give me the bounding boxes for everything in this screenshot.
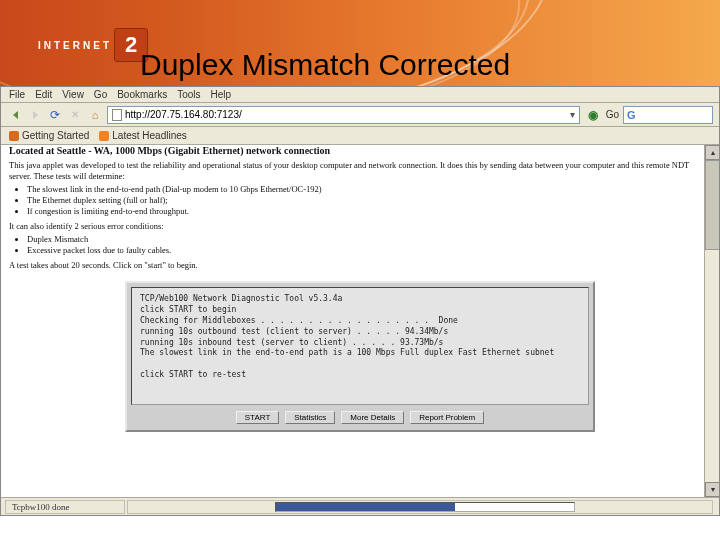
search-input[interactable]: G — [623, 106, 713, 124]
list-item: The slowest link in the end-to-end path … — [27, 184, 711, 195]
list-item: The Ethernet duplex setting (full or hal… — [27, 195, 711, 206]
error-list: Duplex Mismatch Excessive packet loss du… — [27, 234, 711, 256]
status-text: Tcpbw100 done — [5, 500, 125, 514]
home-button[interactable]: ⌂ — [87, 107, 103, 123]
intro-text: This java applet was developed to test t… — [9, 160, 711, 182]
address-bar[interactable]: http://207.75.164.80:7123/ ▾ — [107, 106, 580, 124]
slide-header-banner: INTERNET 2 Duplex Mismatch Corrected — [0, 0, 720, 86]
menu-bookmarks[interactable]: Bookmarks — [117, 89, 167, 100]
also-text: It can also identify 2 serious error con… — [9, 221, 711, 232]
applet-button-row: START Statistics More Details Report Pro… — [131, 405, 589, 426]
arrow-left-icon — [13, 111, 18, 119]
menu-edit[interactable]: Edit — [35, 89, 52, 100]
begin-text: A test takes about 20 seconds. Click on … — [9, 260, 711, 271]
menu-tools[interactable]: Tools — [177, 89, 200, 100]
menu-view[interactable]: View — [62, 89, 84, 100]
page-icon — [112, 109, 122, 121]
list-item: Duplex Mismatch — [27, 234, 711, 245]
address-url: http://207.75.164.80:7123/ — [125, 109, 242, 120]
ndt-applet: TCP/Web100 Network Diagnostic Tool v5.3.… — [125, 281, 595, 432]
progress-bar — [275, 502, 575, 512]
bookmark-latest-headlines[interactable]: Latest Headlines — [99, 130, 187, 141]
internet2-logo: INTERNET 2 — [38, 28, 150, 62]
menu-file[interactable]: File — [9, 89, 25, 100]
chevron-down-icon[interactable]: ▾ — [570, 109, 575, 120]
stop-button: ✕ — [67, 107, 83, 123]
browser-window: File Edit View Go Bookmarks Tools Help ⟳… — [0, 86, 720, 516]
navigation-toolbar: ⟳ ✕ ⌂ http://207.75.164.80:7123/ ▾ ◉ Go … — [1, 103, 719, 127]
scroll-up-button[interactable]: ▴ — [705, 145, 719, 160]
list-item: Excessive packet loss due to faulty cabl… — [27, 245, 711, 256]
bookmarks-toolbar: Getting Started Latest Headlines — [1, 127, 719, 145]
list-item: If congestion is limiting end-to-end thr… — [27, 206, 711, 217]
menu-help[interactable]: Help — [211, 89, 232, 100]
progress-fill — [276, 503, 455, 511]
capability-list: The slowest link in the end-to-end path … — [27, 184, 711, 217]
slide-title: Duplex Mismatch Corrected — [140, 48, 510, 82]
more-details-button[interactable]: More Details — [341, 411, 404, 424]
arrow-right-icon — [33, 111, 38, 119]
location-heading: Located at Seattle - WA, 1000 Mbps (Giga… — [9, 145, 711, 156]
scroll-down-button[interactable]: ▾ — [705, 482, 719, 497]
menu-bar: File Edit View Go Bookmarks Tools Help — [1, 87, 719, 103]
search-engine-icon: G — [627, 109, 636, 121]
page-content: Located at Seattle - WA, 1000 Mbps (Giga… — [1, 145, 719, 515]
bookmark-label: Latest Headlines — [112, 130, 187, 141]
report-problem-button[interactable]: Report Problem — [410, 411, 484, 424]
status-progress-cell — [127, 500, 713, 514]
menu-go[interactable]: Go — [94, 89, 107, 100]
logo-text: INTERNET — [38, 40, 112, 51]
status-bar: Tcpbw100 done — [1, 497, 719, 515]
go-button[interactable]: Go — [606, 109, 619, 120]
start-button[interactable]: START — [236, 411, 279, 424]
statistics-button[interactable]: Statistics — [285, 411, 335, 424]
applet-output: TCP/Web100 Network Diagnostic Tool v5.3.… — [131, 287, 589, 405]
go-button-icon[interactable]: ◉ — [588, 108, 598, 122]
scroll-thumb[interactable] — [705, 160, 719, 250]
bookmark-icon — [9, 131, 19, 141]
vertical-scrollbar[interactable]: ▴ ▾ — [704, 145, 719, 497]
forward-button — [27, 107, 43, 123]
bookmark-getting-started[interactable]: Getting Started — [9, 130, 89, 141]
reload-button[interactable]: ⟳ — [47, 107, 63, 123]
bookmark-label: Getting Started — [22, 130, 89, 141]
rss-icon — [99, 131, 109, 141]
back-button[interactable] — [7, 107, 23, 123]
